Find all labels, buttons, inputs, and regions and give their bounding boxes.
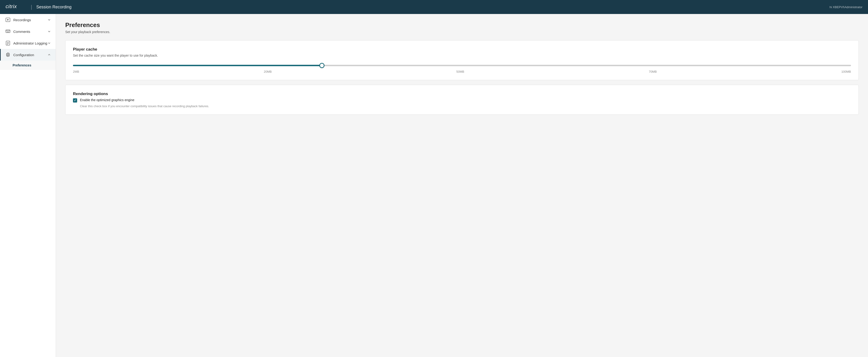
graphics-engine-label: Enable the optimized graphics engine [80, 98, 134, 102]
recordings-chevron-icon [47, 18, 51, 22]
log-icon [5, 40, 10, 46]
header-username: XBEPVI\Administrator [833, 5, 862, 9]
cache-slider-fill [73, 65, 322, 66]
svg-marker-2 [7, 19, 9, 21]
header-greeting: hi [830, 5, 832, 9]
sidebar-sub-item-preferences[interactable]: Preferences [0, 61, 56, 70]
graphics-engine-checkbox[interactable]: ✓ [73, 98, 77, 102]
gear-icon [5, 52, 10, 57]
slider-label-70mb: 70MB [649, 70, 657, 73]
rendering-options-title: Rendering options [73, 92, 851, 96]
admin-logging-label: Administrator Logging [13, 41, 47, 45]
checkmark-icon: ✓ [74, 99, 76, 102]
comments-chevron-icon [47, 30, 51, 33]
configuration-chevron-icon [47, 53, 51, 57]
player-cache-card: Player cache Set the cache size you want… [65, 40, 859, 80]
header-app-name: Session Recording [36, 5, 71, 9]
header-logo-divider: | [31, 4, 32, 10]
slider-label-50mb: 50MB [456, 70, 464, 73]
cache-slider-thumb[interactable] [319, 63, 324, 68]
play-icon [5, 17, 10, 22]
admin-logging-chevron-icon [47, 41, 51, 45]
citrix-logo-text: citrix [6, 3, 27, 11]
graphics-engine-checkbox-row: ✓ Enable the optimized graphics engine [73, 98, 851, 102]
header-logo: citrix | Session Recording [6, 3, 71, 11]
citrix-svg-logo: citrix [6, 3, 27, 10]
cache-slider-track[interactable] [73, 65, 851, 66]
sidebar-item-configuration[interactable]: Configuration [0, 49, 56, 61]
slider-label-20mb: 20MB [264, 70, 272, 73]
recordings-label: Recordings [13, 18, 47, 22]
slider-label-100mb: 100MB [841, 70, 851, 73]
cache-slider-labels: 2MB 20MB 50MB 70MB 100MB [73, 70, 851, 73]
comment-icon [5, 29, 10, 34]
sidebar: Recordings Comments [0, 14, 56, 357]
cache-slider-container: 2MB 20MB 50MB 70MB 100MB [73, 63, 851, 73]
sidebar-item-admin-logging[interactable]: Administrator Logging [0, 37, 56, 49]
page-subtitle: Set your playback preferences. [65, 30, 859, 34]
main-content: Preferences Set your playback preference… [56, 14, 868, 357]
preferences-sub-label: Preferences [12, 63, 31, 67]
sidebar-item-recordings[interactable]: Recordings [0, 14, 56, 26]
graphics-engine-hint: Clear this check box if you encounter co… [80, 104, 851, 108]
sidebar-item-comments[interactable]: Comments [0, 26, 56, 37]
comments-label: Comments [13, 30, 47, 34]
svg-text:citrix: citrix [6, 3, 17, 9]
player-cache-title: Player cache [73, 47, 851, 52]
rendering-options-card: Rendering options ✓ Enable the optimized… [65, 85, 859, 115]
app-layout: Recordings Comments [0, 14, 868, 357]
svg-rect-3 [6, 30, 10, 33]
header: citrix | Session Recording hi XBEPVI\Adm… [0, 0, 868, 14]
configuration-label: Configuration [13, 53, 47, 57]
player-cache-description: Set the cache size you want the player t… [73, 54, 851, 57]
slider-label-2mb: 2MB [73, 70, 79, 73]
svg-point-10 [7, 54, 9, 56]
page-title: Preferences [65, 22, 859, 29]
header-user: hi XBEPVI\Administrator [830, 5, 862, 9]
svg-rect-6 [6, 41, 10, 45]
